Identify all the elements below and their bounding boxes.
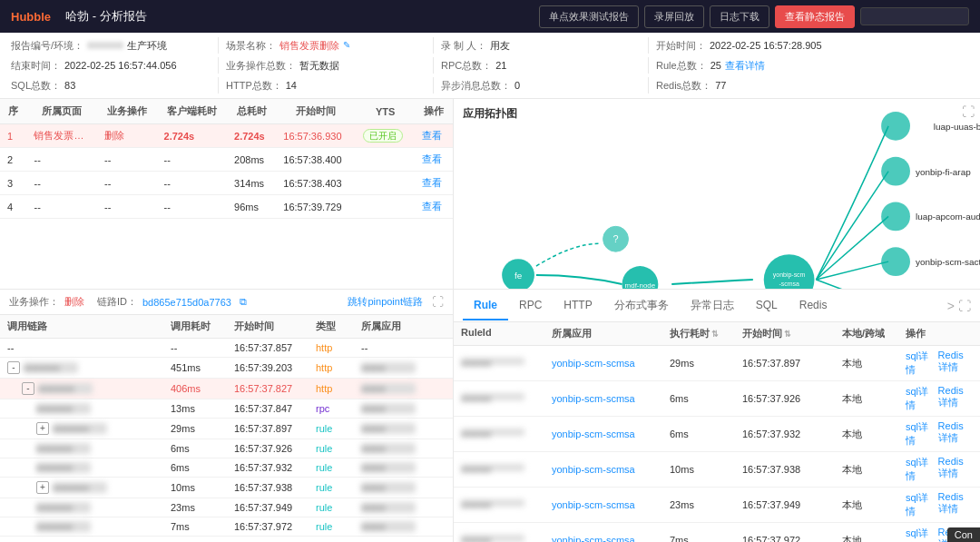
tab-rule[interactable]: Rule	[463, 291, 508, 320]
col-op: 业务操作	[97, 99, 157, 124]
svg-text:yonbip-scm-sact: yonbip-scm-sact	[916, 257, 980, 267]
chain-expand-btn[interactable]: +	[36, 481, 49, 494]
chain-col-start: 16:57:37.949	[234, 502, 316, 513]
rule-col-app[interactable]: yonbip-scm-scmsa	[552, 358, 670, 369]
rule-col-action[interactable]: sql详情Redis详情	[906, 491, 973, 518]
start-sort-icon[interactable]: ⇅	[784, 330, 791, 339]
biz-op-start-time: 16:57:36.930	[276, 124, 356, 148]
tab-redis[interactable]: Redis	[789, 291, 838, 320]
divider9	[648, 77, 649, 94]
rule-col-app[interactable]: yonbip-scm-scmsa	[552, 499, 670, 510]
chain-col-chain: -■■■■■■	[7, 361, 171, 374]
check-status-btn[interactable]: 查看静态报告	[775, 5, 855, 28]
rt-sort-icon[interactable]: ⇅	[711, 330, 719, 339]
biz-op-seq: 3	[0, 172, 26, 195]
info-report-env: 报告编号/环境： 生产环境	[11, 39, 211, 53]
left-panel: 序 所属页面 业务操作 客户端耗时 总耗时 开始时间 YTS 操作 1销售发票……	[0, 99, 454, 542]
divider8	[433, 77, 434, 94]
chain-row: ■■■■■■13ms16:57:37.847rpc■■■■	[0, 399, 453, 419]
chain-op-delete[interactable]: 删除	[64, 295, 84, 309]
chain-name-blur: ■■■■■■	[38, 383, 93, 394]
chain-expand-btn[interactable]: -	[22, 382, 34, 395]
col-ruleid-header: RuleId	[461, 327, 552, 340]
rule-col-rt: 23ms	[670, 499, 742, 510]
chain-expand-btn[interactable]: -	[7, 361, 20, 374]
chain-name-blur: ■■■■■■	[53, 482, 107, 493]
chain-col-rt: 13ms	[171, 403, 234, 414]
chain-expand-icon[interactable]: ⛶	[432, 295, 444, 309]
rule-sql-link[interactable]: sql详情	[906, 350, 931, 377]
chain-app-blur: ■■■■	[361, 403, 416, 414]
call-chain-table-header: 调用链路 调用耗时 开始时间 类型 所属应用	[0, 315, 453, 339]
chain-copy-icon[interactable]: ⧉	[240, 296, 247, 308]
rule-col-action[interactable]: sql详情Redis详情	[906, 420, 973, 448]
bottom-section: Rule RPC HTTP 分布式事务 异常日志 SQL Redis > ⛶ R…	[454, 290, 980, 542]
tab-more-icon[interactable]: >	[947, 299, 955, 313]
col-chain-header: 调用链路	[7, 320, 171, 333]
chain-app-blur: ■■■■	[361, 482, 416, 493]
rule-col-id: ■■■■■	[461, 464, 552, 475]
rule-redis-link[interactable]: Redis详情	[938, 385, 973, 412]
rule-sql-link[interactable]: sql详情	[906, 385, 931, 412]
rule-col-action[interactable]: sql详情Redis详情	[906, 456, 973, 483]
chain-id-value[interactable]: bd865e715d0a7763	[142, 297, 231, 308]
chain-col-app: ■■■■	[361, 502, 446, 513]
jump-pinpoint-link[interactable]: 跳转pinpoint链路	[348, 295, 423, 309]
scene-edit-icon[interactable]: ✎	[343, 40, 354, 51]
chain-row: -■■■■■■451ms16:57:39.203http■■■■	[0, 358, 453, 379]
rule-redis-link[interactable]: Redis详情	[938, 456, 973, 483]
header-search-input[interactable]	[860, 7, 969, 25]
tab-expand-icon[interactable]: ⛶	[958, 299, 971, 313]
rule-detail-link[interactable]: 查看详情	[725, 59, 765, 73]
rule-sql-link[interactable]: sql详情	[906, 420, 931, 448]
rule-sql-link[interactable]: sql详情	[906, 491, 931, 518]
app-header: Hubble 哈勃 - 分析报告 单点效果测试报告 录屏回放 日志下载 查看静态…	[0, 0, 980, 33]
info-rpc: RPC总数： 21	[441, 59, 641, 73]
col-yts: YTS	[356, 99, 416, 124]
rule-col-app[interactable]: yonbip-scm-scmsa	[552, 535, 670, 542]
rule-col-app[interactable]: yonbip-scm-scmsa	[552, 393, 670, 404]
rule-col-app[interactable]: yonbip-scm-scmsa	[552, 464, 670, 475]
biz-op-action[interactable]: 查看	[415, 124, 453, 148]
chain-expand-btn[interactable]: +	[36, 422, 49, 435]
rule-redis-link[interactable]: Redis详情	[938, 420, 973, 448]
chain-col-chain: ■■■■■■	[7, 521, 171, 532]
rule-col-app[interactable]: yonbip-scm-scmsa	[552, 429, 670, 439]
chain-col-type: rule	[316, 423, 361, 434]
rule-col-action[interactable]: sql详情Redis详情	[906, 350, 973, 377]
rule-redis-link[interactable]: Redis详情	[938, 491, 973, 518]
tab-sql[interactable]: SQL	[745, 291, 789, 320]
record-replay-btn[interactable]: 录屏回放	[644, 5, 704, 28]
rule-sql-link[interactable]: sql详情	[906, 527, 931, 542]
rule-col-action[interactable]: sql详情Redis详情	[906, 385, 973, 412]
tab-distributed-tx[interactable]: 分布式事务	[603, 291, 680, 322]
footer-hint: Con	[947, 527, 980, 542]
rule-row: ■■■■■yonbip-scm-scmsa29ms16:57:37.897本地s…	[454, 346, 980, 381]
rule-redis-link[interactable]: Redis详情	[938, 350, 973, 377]
biz-op-row: 4------96ms16:57:39.729查看	[0, 195, 453, 219]
tab-http[interactable]: HTTP	[553, 291, 603, 320]
svg-text:yonbip-fi-arap: yonbip-fi-arap	[916, 167, 971, 177]
chain-col-start: 16:57:37.938	[234, 482, 316, 493]
rule-id-blur: ■■■■■	[461, 358, 524, 365]
rule-sql-link[interactable]: sql详情	[906, 456, 931, 483]
biz-op-action[interactable]: 查看	[415, 148, 453, 172]
svg-point-15	[881, 247, 910, 276]
single-point-btn[interactable]: 单点效果测试报告	[539, 5, 639, 28]
rule-row: ■■■■■yonbip-scm-scmsa6ms16:57:37.926本地sq…	[454, 381, 980, 417]
biz-op-page: 销售发票…	[26, 124, 97, 148]
chain-col-chain: ■■■■■■	[7, 403, 171, 414]
svg-text:mdf-node: mdf-node	[625, 281, 656, 289]
tab-exception-log[interactable]: 异常日志	[680, 291, 745, 322]
chain-col-start: 16:57:37.847	[234, 403, 316, 414]
right-panel: 应用拓扑图 ⛶ fe mdf-	[454, 99, 980, 542]
rule-id-blur: ■■■■■	[461, 499, 524, 507]
topology-expand-icon[interactable]: ⛶	[962, 104, 975, 119]
tab-rpc[interactable]: RPC	[508, 291, 553, 320]
col-client-rt: 客户端耗时	[157, 99, 228, 124]
chain-name-blur: ■■■■■■	[36, 521, 91, 532]
chain-col-start: 16:57:37.827	[234, 383, 316, 394]
biz-op-action[interactable]: 查看	[415, 172, 453, 195]
log-download-btn[interactable]: 日志下载	[710, 5, 769, 28]
biz-op-action[interactable]: 查看	[415, 195, 453, 219]
